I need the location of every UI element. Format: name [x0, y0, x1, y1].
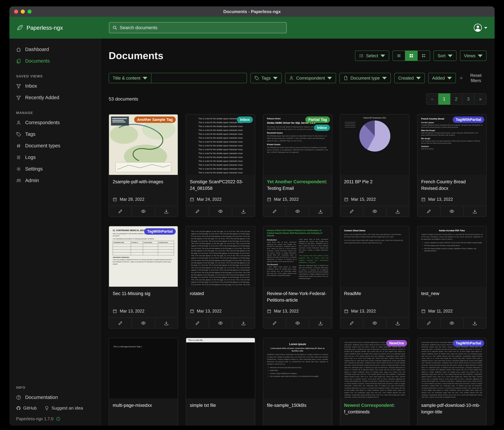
document-card[interactable]: Review of New York Federal Petitions for… — [263, 226, 332, 329]
sidebar-item-recently-added[interactable]: Recently Added — [9, 92, 100, 103]
view-document-button[interactable] — [286, 318, 309, 328]
document-card[interactable]: Contact Sheet DemoGiven a set of image f… — [340, 226, 409, 329]
document-title[interactable]: French Country Bread Revised.docx — [417, 175, 486, 193]
edit-document-button[interactable] — [109, 318, 132, 328]
document-card[interactable]: French Country BreadFor the Leaven:1 hea… — [417, 114, 486, 217]
document-title[interactable]: multi-page-mixedxx — [109, 398, 178, 410]
tag-badge[interactable]: Partial Tag — [305, 116, 330, 123]
fullscreen-window-button[interactable] — [27, 9, 32, 14]
user-menu[interactable] — [474, 23, 495, 32]
view-document-button[interactable] — [209, 318, 232, 328]
title-content-dropdown[interactable]: Title & content — [109, 73, 151, 83]
view-document-button[interactable] — [440, 206, 463, 216]
document-correspondent[interactable]: Newest Correspondent — [344, 403, 394, 408]
sidebar-item-correspondents[interactable]: Correspondents — [9, 117, 100, 128]
pagination-page-2[interactable]: 2 — [450, 93, 462, 105]
view-detail-button[interactable] — [418, 50, 430, 61]
document-title[interactable]: Newest Correspondent: f_combineds — [340, 398, 409, 416]
tag-badge[interactable]: Inbox — [314, 124, 330, 131]
tag-badge[interactable]: Inbox — [237, 116, 253, 123]
sidebar-item-documents[interactable]: Documents — [9, 55, 100, 67]
document-card[interactable]: This is a test for the double space char… — [186, 114, 255, 217]
edit-document-button[interactable] — [186, 318, 209, 328]
document-title[interactable]: 2011 BP Pie 2 — [340, 175, 409, 186]
sidebar-item-admin[interactable]: Admin — [9, 175, 100, 186]
document-title[interactable]: test_new — [417, 287, 486, 298]
document-type-filter[interactable]: Document type — [339, 73, 391, 83]
document-card[interactable]: This is a test file.simple txt file — [186, 338, 255, 426]
document-card[interactable]: Another Sample Tag2sample-pdf-with-image… — [109, 114, 178, 217]
pagination-next[interactable]: » — [475, 93, 486, 105]
reset-filters-button[interactable]: Reset filters — [459, 73, 486, 83]
tag-badge[interactable]: NewOne — [386, 340, 407, 346]
edit-document-button[interactable] — [340, 318, 363, 328]
edit-document-button[interactable] — [417, 206, 440, 216]
pagination-page-3[interactable]: 3 — [462, 93, 475, 105]
added-filter[interactable]: Added — [428, 73, 456, 83]
document-title[interactable]: Sec 11-Missing sig — [109, 287, 178, 298]
edit-document-button[interactable] — [263, 206, 286, 216]
views-dropdown[interactable]: Views — [460, 50, 486, 61]
document-card[interactable]: Adobe Acrobat PDF FilesAdobe® Portable D… — [417, 226, 486, 329]
github-link[interactable]: GitHub — [16, 405, 37, 411]
download-document-button[interactable] — [232, 318, 255, 328]
minimize-window-button[interactable] — [21, 9, 25, 14]
download-document-button[interactable] — [232, 206, 255, 216]
document-title[interactable]: simple txt file — [186, 398, 255, 410]
pagination-prev[interactable]: « — [426, 93, 438, 105]
view-list-button[interactable] — [393, 50, 405, 61]
info-icon[interactable] — [56, 417, 60, 421]
title-content-input[interactable] — [151, 73, 247, 83]
document-card[interactable]: Lorem ipsum dolor sit amet, consectetur … — [340, 338, 409, 426]
sort-dropdown[interactable]: Sort — [433, 50, 457, 61]
sidebar-item-dashboard[interactable]: Dashboard — [9, 44, 100, 55]
correspondent-filter[interactable]: Correspondent — [285, 73, 336, 83]
document-card[interactable]: 11. CONTINUING MEDICAL EDUCATIONHave you… — [109, 226, 178, 329]
download-document-button[interactable] — [463, 206, 486, 216]
document-title[interactable]: Sonstige ScanPC2022 03-24_081058 — [186, 175, 255, 193]
tag-badge[interactable]: TagWithPartial — [453, 340, 484, 346]
download-document-button[interactable] — [463, 318, 486, 328]
document-card[interactable]: This is the text that appears on the fir… — [186, 226, 255, 329]
view-grid-button[interactable] — [405, 50, 418, 61]
edit-document-button[interactable] — [340, 206, 363, 216]
pagination-page-1[interactable]: 1 — [438, 93, 450, 105]
edit-document-button[interactable] — [186, 206, 209, 216]
view-document-button[interactable] — [286, 206, 309, 216]
document-title[interactable]: file-sample_150kBs — [263, 398, 332, 410]
sidebar-item-document-types[interactable]: Document types — [9, 140, 100, 151]
edit-document-button[interactable] — [263, 318, 286, 328]
view-document-button[interactable] — [363, 318, 386, 328]
search-input[interactable] — [120, 25, 283, 30]
document-card[interactable]: Lorem ipsum dolor sit amet, consectetur … — [417, 338, 486, 426]
edit-document-button[interactable] — [417, 318, 440, 328]
sidebar-item-inbox[interactable]: Inbox — [9, 80, 100, 92]
download-document-button[interactable] — [155, 206, 178, 216]
edit-document-button[interactable] — [109, 206, 132, 216]
view-document-button[interactable] — [440, 318, 463, 328]
tag-badge[interactable]: TagWithPartial — [144, 228, 176, 235]
download-document-button[interactable] — [309, 206, 332, 216]
download-document-button[interactable] — [386, 318, 409, 328]
document-title[interactable]: rotated — [186, 287, 255, 298]
document-title[interactable]: 2sample-pdf-with-images — [109, 175, 178, 186]
download-document-button[interactable] — [155, 318, 178, 328]
tag-badge[interactable]: TagWithPartial — [453, 116, 484, 123]
document-card[interactable]: Lorem ipsumLorem ipsum dolor sit amet, c… — [263, 338, 332, 426]
sidebar-item-logs[interactable]: Logs — [9, 151, 100, 163]
document-title[interactable]: Yet Another Correspondent: Testing Email — [263, 175, 332, 193]
close-window-button[interactable] — [14, 9, 18, 14]
view-document-button[interactable] — [209, 206, 232, 216]
document-card[interactable]: This is a multi page document. Page 1.mu… — [109, 338, 178, 426]
created-filter[interactable]: Created — [394, 73, 425, 83]
document-card[interactable]: Patient BP Distribution 20112011 BP Pie … — [340, 114, 409, 217]
select-dropdown[interactable]: Select — [355, 50, 389, 61]
document-title[interactable]: ReadMe — [340, 287, 409, 298]
view-document-button[interactable] — [132, 318, 155, 328]
tag-badge[interactable]: Another Sample Tag — [134, 116, 176, 123]
document-card[interactable]: Release NotesSimba ODBC Driver for SQL S… — [263, 114, 332, 217]
sidebar-item-documentation[interactable]: Documentation — [9, 392, 100, 403]
sidebar-item-tags[interactable]: Tags — [9, 128, 100, 140]
document-title[interactable]: sample-pdf-download-10-mb-longer-title — [417, 398, 486, 416]
brand[interactable]: Paperless-ngx — [9, 24, 101, 31]
